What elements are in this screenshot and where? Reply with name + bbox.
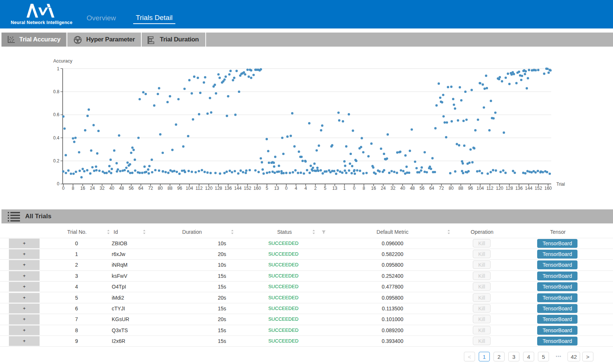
svg-text:160: 160 bbox=[544, 186, 552, 191]
svg-text:0: 0 bbox=[353, 186, 356, 191]
svg-text:136: 136 bbox=[515, 186, 523, 191]
svg-text:24: 24 bbox=[90, 186, 95, 191]
svg-text:88: 88 bbox=[458, 186, 464, 191]
svg-text:32: 32 bbox=[100, 186, 105, 191]
svg-text:64: 64 bbox=[429, 186, 434, 191]
svg-text:13: 13 bbox=[274, 186, 279, 191]
svg-text:128: 128 bbox=[215, 186, 222, 191]
svg-text:80: 80 bbox=[449, 186, 454, 191]
svg-text:40: 40 bbox=[400, 186, 405, 191]
svg-text:64: 64 bbox=[138, 186, 144, 191]
svg-text:5: 5 bbox=[324, 186, 326, 191]
svg-text:72: 72 bbox=[148, 186, 153, 191]
svg-text:1: 1 bbox=[57, 66, 60, 71]
svg-text:Trial: Trial bbox=[556, 182, 565, 187]
svg-text:0: 0 bbox=[62, 186, 65, 191]
svg-text:48: 48 bbox=[119, 186, 124, 191]
svg-text:96: 96 bbox=[468, 186, 473, 191]
svg-text:32: 32 bbox=[391, 186, 396, 191]
svg-text:104: 104 bbox=[186, 186, 193, 191]
svg-text:144: 144 bbox=[525, 186, 532, 191]
svg-text:2: 2 bbox=[314, 186, 317, 191]
svg-text:Accuracy: Accuracy bbox=[53, 58, 73, 64]
svg-text:72: 72 bbox=[439, 186, 444, 191]
svg-text:56: 56 bbox=[420, 186, 425, 191]
svg-text:160: 160 bbox=[253, 186, 261, 191]
svg-text:16: 16 bbox=[371, 186, 376, 191]
svg-text:4: 4 bbox=[304, 186, 307, 191]
svg-text:0.6: 0.6 bbox=[53, 112, 60, 117]
svg-text:16: 16 bbox=[80, 186, 85, 191]
svg-text:144: 144 bbox=[234, 186, 242, 191]
svg-text:13: 13 bbox=[332, 186, 337, 191]
svg-text:5: 5 bbox=[266, 186, 268, 191]
svg-text:40: 40 bbox=[110, 186, 115, 191]
svg-text:120: 120 bbox=[205, 186, 212, 191]
svg-text:0.4: 0.4 bbox=[53, 135, 60, 141]
svg-text:152: 152 bbox=[244, 186, 251, 191]
svg-text:0.8: 0.8 bbox=[53, 89, 60, 94]
svg-text:8: 8 bbox=[72, 186, 74, 191]
svg-text:120: 120 bbox=[496, 186, 503, 191]
svg-text:0: 0 bbox=[285, 186, 288, 191]
svg-text:136: 136 bbox=[225, 186, 232, 191]
svg-text:56: 56 bbox=[129, 186, 134, 191]
svg-text:88: 88 bbox=[168, 186, 173, 191]
svg-text:0.2: 0.2 bbox=[53, 158, 60, 164]
svg-text:1: 1 bbox=[343, 186, 346, 191]
svg-text:4: 4 bbox=[295, 186, 297, 191]
svg-text:112: 112 bbox=[196, 186, 203, 191]
svg-text:112: 112 bbox=[486, 186, 494, 191]
svg-text:0: 0 bbox=[57, 181, 60, 186]
svg-text:8: 8 bbox=[363, 186, 365, 191]
svg-text:96: 96 bbox=[177, 186, 182, 191]
svg-text:24: 24 bbox=[381, 186, 386, 191]
svg-text:152: 152 bbox=[535, 186, 542, 191]
svg-text:128: 128 bbox=[506, 186, 513, 191]
svg-text:80: 80 bbox=[158, 186, 163, 191]
svg-text:48: 48 bbox=[410, 186, 415, 191]
svg-text:104: 104 bbox=[476, 186, 484, 191]
